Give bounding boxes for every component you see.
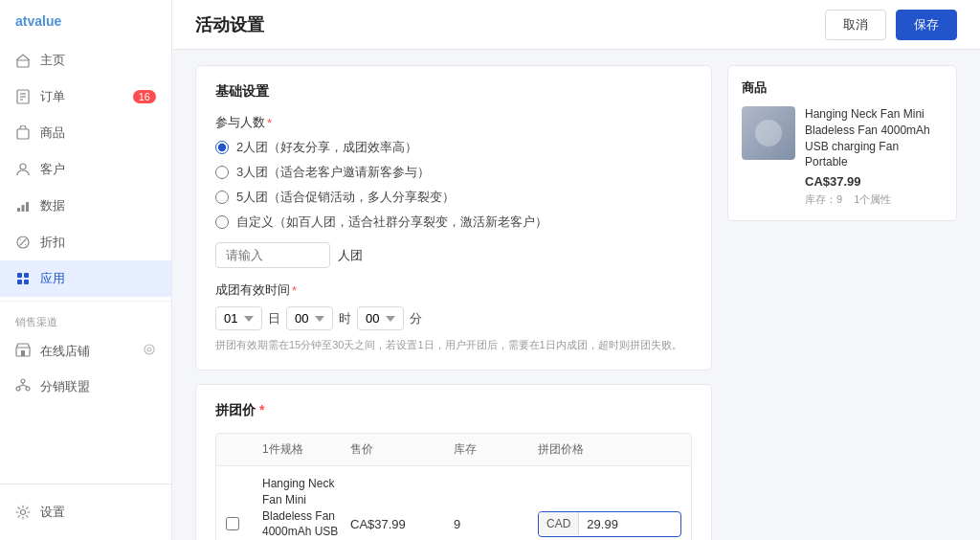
product-name: Hanging Neck Fan Mini Bladeless Fan 4000…: [805, 106, 943, 170]
orders-badge: 16: [133, 90, 156, 103]
svg-rect-11: [17, 273, 22, 278]
product-image: [742, 106, 795, 160]
main-content: 活动设置 取消 保存 基础设置 参与人数 * 2人团（好友分享，成团效率高）: [172, 0, 980, 540]
radio-custom[interactable]: 自定义（如百人团，适合社群分享裂变，激活新老客户）: [215, 214, 692, 231]
radio-3-label: 3人团（适合老客户邀请新客参与）: [236, 164, 430, 181]
product-price: CA$37.99: [805, 174, 943, 189]
sidebar-item-discounts-label: 折扣: [40, 234, 65, 251]
duration-min-unit: 分: [410, 310, 422, 327]
duration-day-select[interactable]: 01 02 03: [215, 306, 262, 330]
pingtuan-required: *: [259, 402, 264, 417]
table-product-name: Hanging Neck Fan Mini Bladeless Fan 4000…: [262, 476, 343, 540]
customers-icon: [15, 162, 31, 177]
sidebar-item-apps[interactable]: 应用: [0, 260, 171, 297]
svg-rect-8: [22, 205, 25, 212]
radio-5-input[interactable]: [215, 191, 229, 204]
sidebar-item-orders-label: 订单: [40, 88, 65, 105]
product-card: 商品 Hanging Neck Fan Mini Bladeless Fan 4…: [727, 65, 957, 221]
svg-point-18: [147, 348, 151, 351]
svg-rect-13: [17, 280, 22, 284]
sidebar-item-discounts[interactable]: 折扣: [0, 224, 171, 260]
right-panel: 商品 Hanging Neck Fan Mini Bladeless Fan 4…: [727, 65, 957, 525]
content-area: 基础设置 参与人数 * 2人团（好友分享，成团效率高） 3人团（适合老客户邀请新…: [172, 50, 980, 540]
col-price: 售价: [350, 441, 446, 458]
duration-day-unit: 日: [268, 310, 280, 327]
svg-rect-9: [26, 202, 29, 212]
apps-icon: [15, 271, 31, 286]
product-details: Hanging Neck Fan Mini Bladeless Fan 4000…: [805, 106, 943, 207]
sidebar-item-settings-label: 设置: [40, 504, 65, 521]
duration-hour-select[interactable]: 00 01 12: [286, 306, 333, 330]
orders-icon: [15, 89, 31, 104]
sidebar-item-products[interactable]: 商品: [0, 115, 171, 151]
topbar-actions: 取消 保存: [825, 10, 957, 40]
data-icon: [15, 198, 31, 214]
product-info: Hanging Neck Fan Mini Bladeless Fan 4000…: [742, 106, 943, 207]
nav-divider: [0, 301, 171, 302]
radio-custom-label: 自定义（如百人团，适合社群分享裂变，激活新老客户）: [236, 214, 547, 231]
pingtuan-price-input[interactable]: [579, 512, 656, 536]
svg-point-21: [26, 387, 30, 391]
sidebar-item-customers[interactable]: 客户: [0, 151, 171, 188]
radio-2-label: 2人团（好友分享，成团效率高）: [236, 139, 417, 156]
required-mark: *: [267, 116, 272, 130]
radio-2[interactable]: 2人团（好友分享，成团效率高）: [215, 139, 692, 156]
sidebar-item-home[interactable]: 主页: [0, 42, 171, 79]
col-pingtuan-price: 拼团价格: [538, 441, 681, 458]
settings-icon: [15, 505, 31, 520]
table-row: Hanging Neck Fan Mini Bladeless Fan 4000…: [215, 466, 692, 540]
radio-2-input[interactable]: [215, 141, 229, 154]
participants-radio-group: 2人团（好友分享，成团效率高） 3人团（适合老客户邀请新客参与） 5人团（适合促…: [215, 139, 692, 268]
save-button[interactable]: 保存: [896, 10, 957, 40]
product-card-title: 商品: [742, 79, 943, 97]
custom-input-row: 人团: [215, 242, 692, 268]
row-checkbox[interactable]: [226, 517, 239, 530]
sidebar-nav: 主页 订单 16 商品 客户 数据: [0, 38, 171, 484]
table-price: CA$37.99: [350, 517, 446, 531]
sidebar-bottom: 设置: [0, 484, 171, 540]
sidebar-item-affiliate[interactable]: 分销联盟: [0, 369, 171, 404]
sidebar-item-settings[interactable]: 设置: [0, 494, 171, 530]
sidebar-item-apps-label: 应用: [40, 270, 65, 287]
left-panels: 基础设置 参与人数 * 2人团（好友分享，成团效率高） 3人团（适合老客户邀请新…: [195, 65, 712, 525]
store-icon: [15, 342, 31, 360]
logo-area: atvalue: [0, 0, 171, 38]
logo-text: atvalue: [15, 13, 61, 29]
svg-rect-0: [17, 60, 29, 67]
duration-min-select[interactable]: 00 15 30: [357, 306, 404, 330]
svg-point-19: [21, 379, 25, 383]
discounts-icon: [15, 235, 31, 250]
radio-5[interactable]: 5人团（适合促销活动，多人分享裂变）: [215, 189, 692, 206]
cancel-button[interactable]: 取消: [825, 10, 886, 40]
sidebar-item-online-store[interactable]: 在线店铺: [0, 333, 171, 369]
sidebar-item-orders[interactable]: 订单 16: [0, 79, 171, 115]
sidebar-item-affiliate-label: 分销联盟: [40, 378, 90, 395]
col-spec: 1件规格: [262, 441, 343, 458]
custom-participants-input[interactable]: [215, 242, 330, 268]
duration-row: 01 02 03 日 00 01 12 时 00 15 30: [215, 306, 692, 330]
sales-section-title: 销售渠道: [0, 305, 171, 333]
sidebar-item-data-label: 数据: [40, 197, 65, 214]
page-title: 活动设置: [195, 13, 264, 36]
participants-label: 参与人数 *: [215, 114, 692, 131]
svg-rect-16: [21, 350, 25, 356]
home-icon: [15, 53, 31, 68]
sidebar-item-data[interactable]: 数据: [0, 188, 171, 224]
currency-prefix: CAD: [539, 512, 579, 535]
radio-3[interactable]: 3人团（适合老客户邀请新客参与）: [215, 164, 692, 181]
svg-point-20: [16, 387, 20, 391]
radio-custom-input[interactable]: [215, 215, 229, 229]
store-settings-icon[interactable]: [143, 343, 156, 359]
basic-settings-title: 基础设置: [215, 83, 692, 101]
duration-label: 成团有效时间 *: [215, 281, 692, 299]
duration-hint: 拼团有效期需在15分钟至30天之间，若设置1日，用户开团后，需要在1日内成团，超…: [215, 338, 692, 352]
pingtuan-title: 拼团价 *: [215, 402, 692, 419]
sidebar-item-products-label: 商品: [40, 124, 65, 142]
pingtuan-table-header: 1件规格 售价 库存 拼团价格: [215, 433, 692, 466]
svg-point-22: [21, 510, 26, 515]
topbar: 活动设置 取消 保存: [172, 0, 980, 50]
basic-settings-card: 基础设置 参与人数 * 2人团（好友分享，成团效率高） 3人团（适合老客户邀请新…: [195, 65, 712, 371]
pingtuan-price-card: 拼团价 * 1件规格 售价 库存 拼团价格 Hanging Neck Fan M…: [195, 384, 712, 540]
radio-3-input[interactable]: [215, 166, 229, 179]
radio-5-label: 5人团（适合促销活动，多人分享裂变）: [236, 189, 455, 206]
